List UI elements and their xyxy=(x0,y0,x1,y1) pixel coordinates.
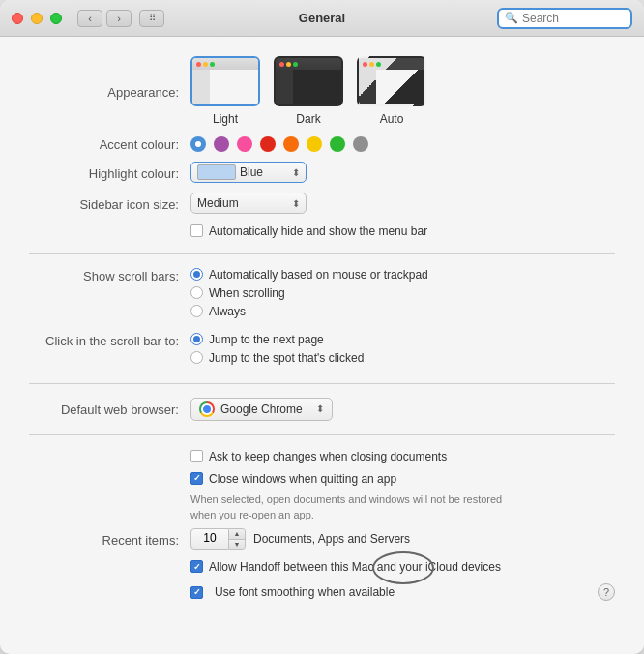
click-scroll-label: Click in the scroll bar to: xyxy=(29,333,179,348)
grid-button[interactable]: ⠿ xyxy=(139,10,164,27)
accent-pink[interactable] xyxy=(237,136,252,152)
default-browser-dropdown[interactable]: Google Chrome ⬍ xyxy=(190,398,333,421)
close-windows-row: Close windows when quitting an app xyxy=(190,471,615,488)
appearance-dark-label: Dark xyxy=(296,112,320,126)
scroll-auto-label: Automatically based on mouse or trackpad xyxy=(209,268,428,282)
font-smoothing-row: Use font smoothing when available ? xyxy=(190,583,615,601)
close-button[interactable] xyxy=(12,13,23,24)
forward-button[interactable]: › xyxy=(106,10,132,27)
recent-items-row: Recent items: 10 ▲ ▼ Documents, Apps and… xyxy=(29,528,615,550)
font-smoothing-checkbox[interactable] xyxy=(190,586,203,599)
browser-value: Google Chrome xyxy=(220,402,303,416)
accent-orange[interactable] xyxy=(283,136,299,152)
click-spot-row: Jump to the spot that's clicked xyxy=(190,351,364,365)
nav-buttons: ‹ › xyxy=(77,10,132,27)
appearance-auto[interactable]: Auto xyxy=(357,56,426,126)
highlight-swatch xyxy=(197,164,236,180)
appearance-options: Light Dark xyxy=(190,56,426,126)
divider-2 xyxy=(29,383,615,384)
ask-keep-row: Ask to keep changes when closing documen… xyxy=(190,449,615,465)
scroll-always-radio[interactable] xyxy=(190,305,203,317)
accent-red[interactable] xyxy=(260,136,276,152)
traffic-lights xyxy=(12,13,62,24)
help-icon[interactable]: ? xyxy=(598,583,615,601)
appearance-thumb-dark xyxy=(274,56,343,106)
maximize-button[interactable] xyxy=(50,13,62,24)
appearance-light[interactable]: Light xyxy=(190,56,260,126)
click-spot-radio[interactable] xyxy=(190,351,203,364)
search-input[interactable] xyxy=(522,12,625,25)
highlight-colour-row: Highlight colour: Blue ⬍ xyxy=(29,162,615,183)
scroll-auto-radio[interactable] xyxy=(190,268,203,281)
accent-purple[interactable] xyxy=(214,136,229,152)
sidebar-icon-arrow: ⬍ xyxy=(292,198,300,209)
accent-blue[interactable] xyxy=(190,136,206,152)
scroll-always-row: Always xyxy=(190,305,428,318)
recent-items-down[interactable]: ▼ xyxy=(229,540,245,550)
window-title: General xyxy=(299,11,345,25)
recent-items-suffix: Documents, Apps and Servers xyxy=(253,532,410,546)
scroll-bars-row: Show scroll bars: Automatically based on… xyxy=(29,268,615,323)
recent-items-stepper: 10 ▲ ▼ xyxy=(190,528,246,550)
close-windows-subtext: When selected, open documents and window… xyxy=(190,492,558,522)
appearance-thumb-light xyxy=(190,56,260,106)
click-next-radio[interactable] xyxy=(190,333,203,345)
ask-keep-checkbox[interactable] xyxy=(190,450,203,462)
click-scroll-options: Jump to the next page Jump to the spot t… xyxy=(190,333,364,370)
close-windows-label: Close windows when quitting an app xyxy=(209,471,396,488)
menu-bar-checkbox[interactable] xyxy=(190,224,203,237)
click-spot-label: Jump to the spot that's clicked xyxy=(209,351,364,365)
titlebar: ‹ › ⠿ General 🔍 xyxy=(0,0,644,37)
click-next-row: Jump to the next page xyxy=(190,333,364,346)
default-browser-row: Default web browser: Google Chrome ⬍ xyxy=(29,398,615,421)
highlight-dropdown-arrow: ⬍ xyxy=(292,167,300,178)
accent-green[interactable] xyxy=(330,136,345,152)
appearance-dark[interactable]: Dark xyxy=(274,56,343,126)
accent-dots xyxy=(190,136,368,152)
divider-1 xyxy=(29,253,615,254)
chrome-icon xyxy=(199,401,215,417)
accent-colour-row: Accent colour: xyxy=(29,135,615,152)
click-next-label: Jump to the next page xyxy=(209,333,324,346)
recent-items-up[interactable]: ▲ xyxy=(229,529,245,540)
appearance-light-label: Light xyxy=(213,112,238,126)
sidebar-icon-row: Sidebar icon size: Medium ⬍ xyxy=(29,193,615,214)
appearance-thumb-auto xyxy=(357,56,426,106)
scroll-always-label: Always xyxy=(209,305,246,318)
accent-colour-label: Accent colour: xyxy=(29,135,179,152)
back-button[interactable]: ‹ xyxy=(77,10,102,27)
scroll-auto-row: Automatically based on mouse or trackpad xyxy=(190,268,428,282)
menu-bar-label: Automatically hide and show the menu bar xyxy=(209,223,427,240)
scroll-scrolling-label: When scrolling xyxy=(209,286,285,300)
sidebar-icon-dropdown[interactable]: Medium ⬍ xyxy=(190,193,307,214)
highlight-colour-dropdown[interactable]: Blue ⬍ xyxy=(190,162,307,183)
recent-items-arrows: ▲ ▼ xyxy=(229,528,246,550)
scroll-scrolling-row: When scrolling xyxy=(190,286,428,300)
appearance-label: Appearance: xyxy=(29,83,179,100)
ask-keep-label: Ask to keep changes when closing documen… xyxy=(209,449,447,465)
browser-arrow: ⬍ xyxy=(316,403,324,414)
highlight-colour-label: Highlight colour: xyxy=(29,164,179,181)
highlight-colour-value: Blue xyxy=(240,165,288,179)
scroll-scrolling-radio[interactable] xyxy=(190,286,203,299)
default-browser-label: Default web browser: xyxy=(29,401,179,417)
sidebar-icon-value: Medium xyxy=(197,196,288,210)
handoff-row: Allow Handoff between this Mac and your … xyxy=(190,559,615,576)
menu-bar-row: Automatically hide and show the menu bar xyxy=(190,223,615,240)
accent-yellow[interactable] xyxy=(307,136,322,152)
content-area: Appearance: Ligh xyxy=(0,37,644,654)
minimize-button[interactable] xyxy=(31,13,43,24)
search-icon: 🔍 xyxy=(505,12,518,24)
scroll-bars-label: Show scroll bars: xyxy=(29,268,179,283)
accent-graphite[interactable] xyxy=(353,136,368,152)
handoff-checkbox[interactable] xyxy=(190,560,203,573)
window: ‹ › ⠿ General 🔍 Appearance: xyxy=(0,0,644,654)
appearance-auto-label: Auto xyxy=(380,112,404,126)
recent-items-label: Recent items: xyxy=(29,531,179,548)
scroll-bars-options: Automatically based on mouse or trackpad… xyxy=(190,268,428,323)
click-scroll-row: Click in the scroll bar to: Jump to the … xyxy=(29,333,615,370)
divider-3 xyxy=(29,434,615,435)
recent-items-value: 10 xyxy=(190,528,229,550)
close-windows-checkbox[interactable] xyxy=(190,472,203,485)
search-box[interactable]: 🔍 xyxy=(497,8,632,29)
